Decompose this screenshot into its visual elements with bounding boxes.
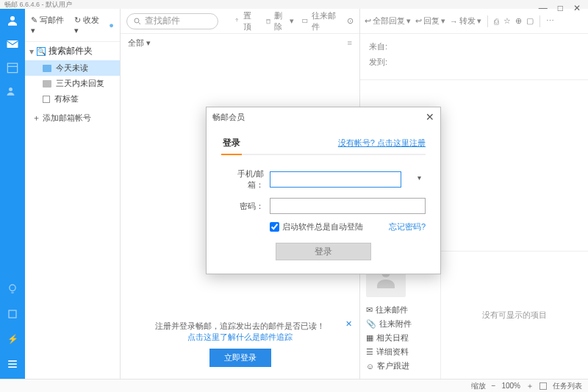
reply-button[interactable]: ↩ 回复 ▾	[415, 15, 445, 26]
folder-has-tag[interactable]: 有标签	[25, 91, 120, 107]
dialog-title: 畅邮会员	[212, 112, 245, 123]
promo-login-button[interactable]: 立即登录	[209, 349, 271, 367]
zoom-out-button[interactable]: −	[492, 382, 496, 390]
auto-login-checkbox[interactable]: 启动软件总是自动登陆	[270, 221, 363, 232]
contact-followup[interactable]: ☺ 客户跟进	[366, 359, 434, 373]
promo-close-icon[interactable]: ✕	[345, 319, 352, 329]
cube-icon[interactable]	[5, 307, 20, 321]
folder-today-unread[interactable]: 今天未读	[25, 60, 120, 76]
to-label: 发到:	[369, 57, 579, 68]
toolbar-icon-1[interactable]: ⎙	[494, 17, 499, 26]
add-account-button[interactable]: ＋ 添加邮箱帐号	[25, 107, 120, 126]
close-button[interactable]: ✕	[573, 3, 581, 15]
related-mail-button[interactable]: 往来邮件	[301, 10, 340, 32]
svg-rect-7	[9, 310, 16, 318]
promo-link[interactable]: 点击这里了解什么是邮件追踪	[187, 332, 293, 341]
promo-banner: ✕ 注册并登录畅邮，追踪发出去的邮件是否已读！ 点击这里了解什么是邮件追踪 立即…	[121, 313, 359, 379]
forgot-password-link[interactable]: 忘记密码?	[389, 221, 426, 232]
menu-icon[interactable]	[5, 357, 20, 371]
toolbar-icon-3[interactable]: ⊕	[515, 16, 522, 26]
dialog-close-icon[interactable]: ✕	[426, 111, 434, 123]
zoom-label: 缩放	[471, 381, 486, 391]
plug-icon[interactable]: ⚡	[5, 332, 20, 346]
mail-icon[interactable]	[5, 37, 20, 51]
search-folders-node[interactable]: ▾🔍搜索邮件夹	[25, 42, 120, 60]
status-bar: 缩放 − 100% ＋ 任务列表	[0, 379, 588, 392]
title-bar: 畅邮 6.6.4.6 - 默认用户	[0, 0, 588, 9]
login-dialog: 畅邮会员 ✕ 登录 没有帐号? 点击这里注册 手机/邮箱： 密码： 启动软件总是…	[206, 107, 441, 274]
svg-point-0	[10, 16, 15, 21]
contact-related-mail[interactable]: ✉ 往来邮件	[366, 303, 434, 317]
folders-panel: ✎ 写邮件 ▾ ↻ 收发 ▾ ● ▾🔍搜索邮件夹 今天未读 三天内未回复 有标签…	[25, 9, 121, 379]
sort-icon[interactable]: ≡	[348, 38, 352, 47]
window-controls: — □ ✕	[531, 0, 588, 18]
svg-rect-1	[7, 40, 18, 48]
compose-button[interactable]: ✎ 写邮件 ▾	[31, 15, 70, 35]
tab-login[interactable]: 登录	[221, 132, 242, 155]
toolbar-icon-2[interactable]: ☆	[503, 16, 511, 26]
login-button[interactable]: 登录	[276, 243, 371, 260]
filter-all[interactable]: 全部 ▾	[128, 38, 151, 49]
minimize-button[interactable]: —	[539, 3, 548, 15]
svg-point-11	[135, 18, 139, 23]
no-items-label: 没有可显示的项目	[441, 252, 588, 379]
folder-three-day-no-reply[interactable]: 三天内未回复	[25, 76, 120, 91]
svg-point-5	[10, 285, 15, 291]
reply-all-button[interactable]: ↩ 全部回复 ▾	[365, 15, 411, 26]
svg-rect-13	[267, 19, 270, 23]
send-receive-button[interactable]: ↻ 收发 ▾	[74, 15, 105, 35]
svg-rect-15	[303, 19, 307, 22]
calendar-icon[interactable]	[5, 60, 20, 75]
maximize-button[interactable]: □	[558, 3, 563, 15]
contact-related-attach[interactable]: 📎 往来附件	[366, 317, 434, 331]
contact-detail[interactable]: ☰ 详细资料	[366, 345, 434, 359]
nav-sidebar: ⚡	[0, 9, 25, 379]
task-list-checkbox[interactable]	[539, 382, 547, 390]
delete-button[interactable]: 删除 ▾	[265, 10, 294, 32]
idea-icon[interactable]	[5, 282, 20, 296]
register-link[interactable]: 没有帐号? 点击这里注册	[338, 138, 426, 149]
svg-line-12	[139, 22, 141, 24]
contacts-icon[interactable]	[5, 84, 20, 99]
password-label: 密码：	[221, 201, 264, 212]
pin-button[interactable]: 置顶	[233, 10, 257, 32]
contact-related-calendar[interactable]: ▦ 相关日程	[366, 331, 434, 345]
more-icon[interactable]: ⊙	[347, 16, 354, 26]
notify-dot-icon: ●	[109, 21, 114, 29]
forward-button[interactable]: → 转发 ▾	[450, 15, 481, 26]
zoom-in-button[interactable]: ＋	[526, 381, 534, 391]
search-input[interactable]: 查找邮件	[126, 13, 218, 29]
phone-input[interactable]	[270, 171, 401, 188]
avatar-icon[interactable]	[5, 13, 20, 28]
task-list-label: 任务列表	[553, 381, 582, 391]
zoom-value: 100%	[501, 382, 520, 390]
svg-point-4	[9, 88, 12, 91]
password-input[interactable]	[270, 198, 426, 214]
svg-rect-2	[7, 63, 17, 73]
phone-label: 手机/邮箱：	[221, 168, 264, 190]
from-label: 来自:	[369, 41, 579, 52]
